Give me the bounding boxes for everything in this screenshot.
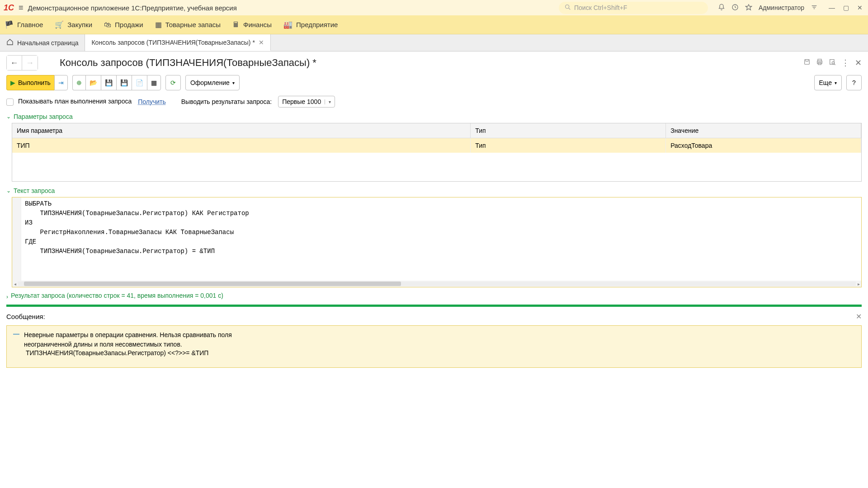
nav-sales[interactable]: 🛍 Продажи <box>104 21 143 29</box>
page-title: Консоль запросов (ТИПЗНАЧЕНИЯ(ТоварныеЗа… <box>60 57 316 69</box>
section-params-header[interactable]: ⌄ Параметры запроса <box>6 113 862 120</box>
results-label: Выводить результаты запроса: <box>181 98 272 105</box>
param-table: Имя параметра Тип Значение ТИП Тип Расхо… <box>12 123 862 182</box>
search-icon <box>564 4 571 12</box>
scroll-right-icon[interactable]: ▸ <box>856 282 861 286</box>
format-button[interactable]: Оформление ▾ <box>185 75 240 90</box>
scroll-track[interactable] <box>18 282 856 286</box>
title-icons: Администратор <box>718 4 818 12</box>
col-type[interactable]: Тип <box>471 123 666 138</box>
add-button[interactable]: ⊕ <box>72 75 85 90</box>
messages-close-icon[interactable]: ✕ <box>856 312 862 321</box>
section-query-header[interactable]: ⌄ Текст запроса <box>6 187 862 194</box>
show-plan-checkbox[interactable]: Показывать план выполнения запроса <box>6 98 132 105</box>
chevron-down-icon: ▾ <box>325 99 331 104</box>
page-content: ← → Консоль запросов (ТИПЗНАЧЕНИЯ(Товарн… <box>0 52 868 374</box>
nav-main[interactable]: 🏴 Главное <box>5 20 43 29</box>
maximize-icon[interactable]: ▢ <box>841 3 851 12</box>
horizontal-scrollbar[interactable]: ◂ ▸ <box>12 281 861 287</box>
section-result-label: Результат запроса (количество строк = 41… <box>11 292 223 299</box>
dash-icon: — <box>13 330 19 338</box>
hamburger-icon[interactable]: ≡ <box>19 3 24 13</box>
format-label: Оформление <box>190 79 230 86</box>
close-window-icon[interactable]: ✕ <box>855 3 864 12</box>
scroll-thumb[interactable] <box>24 282 401 286</box>
svg-line-13 <box>834 64 835 65</box>
execute-label: Выполнить <box>18 79 51 86</box>
gutter <box>12 197 21 281</box>
close-page-icon[interactable]: ✕ <box>855 58 862 68</box>
tab-query-console[interactable]: Консоль запросов (ТИПЗНАЧЕНИЯ(ТоварныеЗа… <box>85 34 270 51</box>
chevron-down-icon: ▾ <box>835 80 837 85</box>
flag-icon: 🏴 <box>5 20 14 29</box>
col-value[interactable]: Значение <box>666 123 861 138</box>
print-icon[interactable] <box>816 58 823 68</box>
app-title: Демонстрационное приложение 1С:Предприят… <box>28 4 237 12</box>
user-name[interactable]: Администратор <box>759 4 804 11</box>
kebab-icon[interactable]: ⋮ <box>841 58 849 68</box>
results-value: Первые 1000 <box>282 98 321 105</box>
query-code[interactable]: ВЫБРАТЬ ТИПЗНАЧЕНИЯ(ТоварныеЗапасы.Регис… <box>21 197 861 281</box>
step-button[interactable]: ⇥ <box>54 75 68 90</box>
grid-icon: ▦ <box>151 79 157 86</box>
scroll-left-icon[interactable]: ◂ <box>12 282 18 286</box>
plus-icon: ⊕ <box>76 79 82 86</box>
logo-1c: 1C <box>4 3 14 13</box>
nav-inventory[interactable]: ▦ Товарные запасы <box>155 20 221 29</box>
header-right-icons: ⋮ ✕ <box>803 58 862 68</box>
checkbox-icon <box>6 99 14 106</box>
tab-close-icon[interactable]: ✕ <box>259 39 264 46</box>
history-icon[interactable] <box>731 4 739 12</box>
execute-group: ▶ Выполнить ⇥ <box>6 75 68 90</box>
page-header: ← → Консоль запросов (ТИПЗНАЧЕНИЯ(Товарн… <box>6 55 862 70</box>
table-row[interactable]: ТИП Тип РасходТовара <box>12 138 861 153</box>
help-button[interactable]: ? <box>846 75 862 90</box>
messages-title: Сообщения: <box>6 313 45 320</box>
search-input[interactable]: Поиск Ctrl+Shift+F <box>559 2 708 14</box>
saveas-button[interactable]: 💾 <box>116 75 132 90</box>
tab-home[interactable]: Начальная страница <box>0 34 85 51</box>
divider <box>6 305 862 307</box>
nav-back-forward: ← → <box>6 55 38 70</box>
nav-finance[interactable]: 🖩 Финансы <box>232 21 272 29</box>
section-params-label: Параметры запроса <box>14 113 73 120</box>
get-link[interactable]: Получить <box>138 98 166 105</box>
star-icon[interactable] <box>745 4 752 12</box>
save-page-icon[interactable] <box>803 58 811 68</box>
refresh-button[interactable]: ⟳ <box>165 75 181 90</box>
more-button[interactable]: Еще ▾ <box>814 75 842 90</box>
bell-icon[interactable] <box>718 4 725 12</box>
settings-lines-icon[interactable] <box>811 4 818 12</box>
file-group: ⊕ 📂 💾 💾 📄 ▦ <box>72 75 161 90</box>
message-line: ТИПЗНАЧЕНИЯ(ТоварныеЗапасы.Регистратор) … <box>26 349 855 357</box>
disk-icon: 💾 <box>105 79 113 86</box>
nav-forward-button[interactable]: → <box>22 56 38 70</box>
svg-point-0 <box>566 5 569 8</box>
results-select[interactable]: Первые 1000 ▾ <box>278 96 335 108</box>
col-name[interactable]: Имя параметра <box>12 123 471 138</box>
nav-back-button[interactable]: ← <box>7 56 22 70</box>
nav-company[interactable]: 🏭 Предприятие <box>283 20 338 29</box>
show-plan-label: Показывать план выполнения запроса <box>18 98 132 105</box>
options-row: Показывать план выполнения запроса Получ… <box>6 96 862 108</box>
nav-label: Главное <box>17 21 43 28</box>
nav-purchases[interactable]: 🛒 Закупки <box>55 20 92 29</box>
query-text-area[interactable]: ВЫБРАТЬ ТИПЗНАЧЕНИЯ(ТоварныеЗапасы.Регис… <box>12 197 862 287</box>
minimize-icon[interactable]: — <box>827 3 837 12</box>
cart-icon: 🛒 <box>55 20 64 29</box>
preview-icon[interactable] <box>829 58 836 68</box>
open-button[interactable]: 📂 <box>85 75 101 90</box>
folder-icon: 📂 <box>90 79 97 86</box>
chevron-down-icon: ▾ <box>232 80 235 85</box>
save-button[interactable]: 💾 <box>101 75 116 90</box>
svg-rect-7 <box>805 59 810 64</box>
execute-button[interactable]: ▶ Выполнить <box>6 75 54 90</box>
bag-icon: 🛍 <box>104 21 111 29</box>
message-text: Неверные параметры в операции сравнения.… <box>24 330 232 349</box>
export-button[interactable]: 📄 <box>132 75 147 90</box>
more-label: Еще <box>819 79 832 86</box>
grid-button[interactable]: ▦ <box>147 75 161 90</box>
section-result-header[interactable]: › Результат запроса (количество строк = … <box>6 292 232 300</box>
search-placeholder: Поиск Ctrl+Shift+F <box>574 4 627 11</box>
cell-name: ТИП <box>12 138 471 153</box>
